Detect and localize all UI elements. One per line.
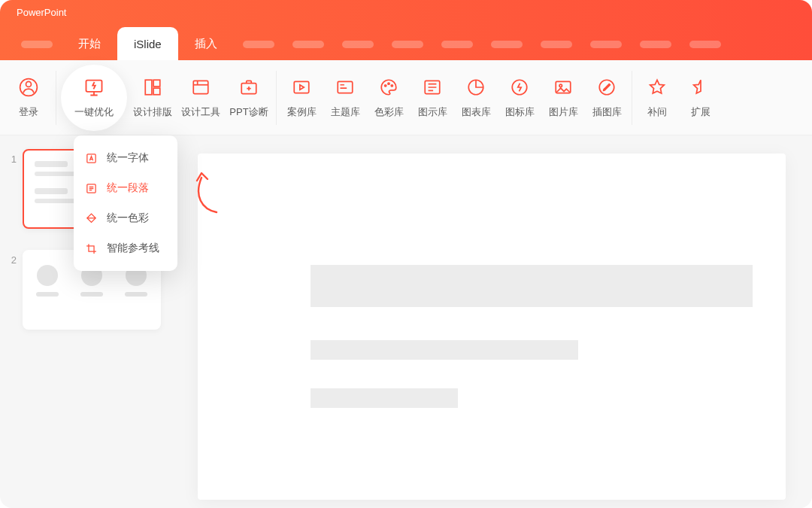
star-icon xyxy=(647,77,668,98)
text-placeholder xyxy=(311,340,578,360)
svg-point-17 xyxy=(559,84,562,87)
play-rect-icon xyxy=(291,77,312,98)
charts-library-button[interactable]: 图表库 xyxy=(454,68,498,128)
vectors-library-button[interactable]: 插图库 xyxy=(585,68,629,128)
tab-islide[interactable]: iSlide xyxy=(117,27,178,60)
paint-icon xyxy=(84,211,98,225)
layout-grid-icon xyxy=(142,77,163,98)
ribbon-group-extra: 补间 扩展 xyxy=(635,60,723,135)
slide-canvas-area xyxy=(171,135,812,508)
thumb-placeholder xyxy=(35,161,68,167)
login-button[interactable]: 登录 xyxy=(5,68,53,128)
current-slide[interactable] xyxy=(198,154,786,500)
tab-placeholder xyxy=(491,41,523,48)
tab-placeholder xyxy=(590,41,622,48)
ribbon-divider xyxy=(276,71,277,125)
theme-rect-icon xyxy=(335,77,356,98)
ribbon-group-design: 一键优化 设计排版 设计工具 xyxy=(59,60,273,135)
svg-rect-4 xyxy=(153,80,160,87)
palette-icon xyxy=(378,77,399,98)
ruler-icon xyxy=(190,77,211,98)
svg-point-10 xyxy=(385,84,386,86)
medkit-icon xyxy=(238,77,259,98)
svg-rect-8 xyxy=(294,81,309,93)
text-placeholder xyxy=(311,388,458,408)
tab-placeholder xyxy=(689,41,721,48)
ribbon-divider xyxy=(56,71,56,125)
images-library-button[interactable]: 图片库 xyxy=(541,68,585,128)
tab-bar: 开始 iSlide 插入 xyxy=(0,24,812,60)
svg-point-0 xyxy=(26,81,32,87)
tween-button[interactable]: 补间 xyxy=(635,68,679,128)
ribbon-group-libraries: 案例库 主题库 色彩库 图示库 xyxy=(280,60,629,135)
lightning-monitor-icon xyxy=(83,77,105,98)
svg-point-12 xyxy=(391,84,392,86)
extend-button[interactable]: 扩展 xyxy=(679,68,723,128)
title-bar: PowerPoint xyxy=(0,0,812,24)
svg-rect-6 xyxy=(193,81,208,93)
crop-guides-icon xyxy=(84,242,98,255)
callout-arrow-icon xyxy=(186,170,221,215)
ribbon: 登录 一键优化 设计排版 xyxy=(0,60,812,135)
thumbnail-number: 2 xyxy=(8,250,17,266)
themes-library-button[interactable]: 主题库 xyxy=(323,68,367,128)
tab-placeholder xyxy=(392,41,423,48)
svg-rect-9 xyxy=(338,81,353,93)
bolt-circle-icon xyxy=(509,77,530,98)
diagram-library-button[interactable]: 图示库 xyxy=(411,68,454,128)
tab-placeholder xyxy=(21,41,53,48)
optimize-dropdown: 统一字体 统一段落 统一色彩 智能参考线 xyxy=(74,135,177,271)
menu-item-smart-guides[interactable]: 智能参考线 xyxy=(74,233,177,263)
menu-item-unified-font[interactable]: 统一字体 xyxy=(74,143,177,173)
user-icon xyxy=(18,77,39,98)
svg-point-11 xyxy=(388,83,389,84)
tab-placeholder xyxy=(441,41,473,48)
ribbon-divider xyxy=(632,71,632,125)
paragraph-icon xyxy=(84,181,98,195)
menu-item-unified-paragraph[interactable]: 统一段落 xyxy=(74,173,177,203)
design-tools-button[interactable]: 设计工具 xyxy=(177,68,225,128)
icons-library-button[interactable]: 图标库 xyxy=(498,68,541,128)
tab-insert[interactable]: 插入 xyxy=(178,27,234,60)
tab-placeholder xyxy=(243,41,274,48)
svg-rect-3 xyxy=(145,80,152,95)
ribbon-group-account: 登录 xyxy=(5,60,53,135)
ppt-diagnose-button[interactable]: PPT诊断 xyxy=(225,68,273,128)
svg-rect-5 xyxy=(153,88,160,95)
tab-placeholder xyxy=(292,41,324,48)
menu-item-unified-color[interactable]: 统一色彩 xyxy=(74,203,177,233)
app-window: PowerPoint 开始 iSlide 插入 登录 xyxy=(0,0,812,508)
app-title: PowerPoint xyxy=(17,7,66,18)
text-placeholder xyxy=(311,265,753,307)
design-layout-button[interactable]: 设计排版 xyxy=(129,68,177,128)
image-icon xyxy=(553,77,574,98)
cases-library-button[interactable]: 案例库 xyxy=(280,68,323,128)
thumb-placeholder xyxy=(35,188,68,194)
half-star-icon xyxy=(690,77,711,98)
brush-circle-icon xyxy=(596,77,617,98)
tab-placeholder xyxy=(541,41,572,48)
one-click-optimize-button[interactable]: 一键优化 xyxy=(61,65,127,131)
colors-library-button[interactable]: 色彩库 xyxy=(367,68,411,128)
pie-chart-icon xyxy=(465,77,486,98)
tab-placeholder xyxy=(640,41,671,48)
diagram-list-icon xyxy=(422,77,443,98)
thumbnail-number: 1 xyxy=(8,149,17,165)
tab-start[interactable]: 开始 xyxy=(62,27,117,60)
tab-placeholder xyxy=(342,41,374,48)
font-icon xyxy=(84,151,98,165)
